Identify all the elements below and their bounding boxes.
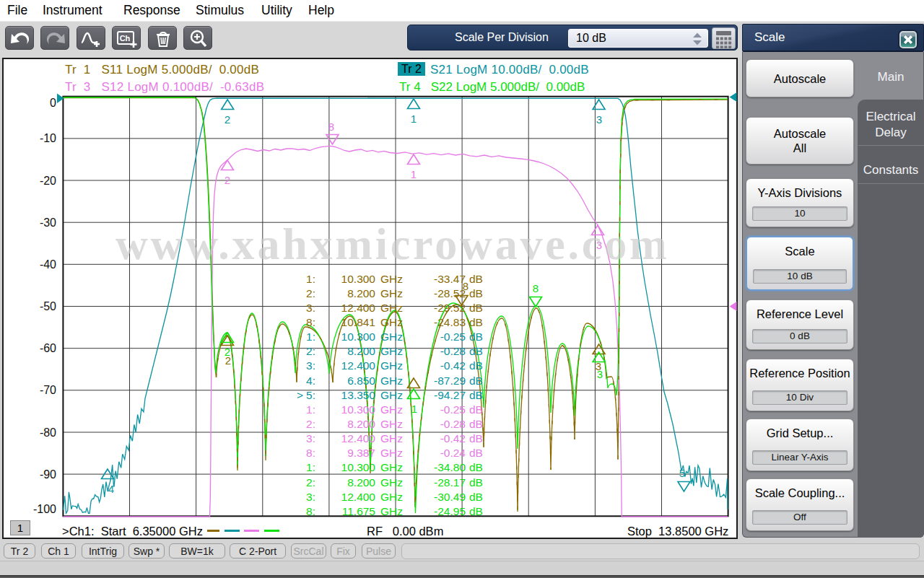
svg-text:2: 2	[225, 174, 230, 186]
svg-text:10.300: 10.300	[341, 403, 376, 416]
svg-text:-24.83: -24.83	[434, 316, 466, 328]
svg-text:dB: dB	[469, 461, 483, 473]
svg-text:GHz: GHz	[380, 476, 403, 489]
svg-text:5: 5	[679, 467, 685, 479]
svg-text:-40: -40	[40, 258, 56, 271]
svg-text:13.350: 13.350	[341, 389, 376, 401]
svg-text:2:: 2:	[306, 287, 315, 299]
svg-text:GHz: GHz	[380, 316, 403, 328]
svg-text:3: 3	[597, 368, 603, 380]
svg-text:GHz: GHz	[380, 345, 403, 357]
svg-text:-60: -60	[40, 342, 56, 354]
svg-text:GHz: GHz	[380, 432, 403, 445]
svg-text:dB: dB	[469, 432, 483, 445]
svg-text:GHz: GHz	[380, 505, 403, 517]
svg-text:dB: dB	[469, 476, 483, 489]
svg-text:1: 1	[411, 403, 417, 415]
svg-text:dB: dB	[469, 418, 483, 430]
svg-text:GHz: GHz	[380, 461, 403, 473]
svg-text:-0.28: -0.28	[440, 345, 466, 357]
svg-text:GHz: GHz	[380, 273, 403, 285]
svg-text:12.400: 12.400	[341, 359, 376, 372]
svg-text:3:: 3:	[306, 302, 315, 314]
svg-text:dB: dB	[469, 287, 483, 299]
svg-text:-20: -20	[40, 175, 56, 187]
svg-text:dB: dB	[469, 505, 483, 517]
svg-text:-24.95: -24.95	[434, 505, 466, 517]
svg-text:0: 0	[50, 97, 56, 109]
svg-text:6.850: 6.850	[347, 375, 375, 387]
svg-text:GHz: GHz	[380, 447, 403, 459]
svg-text:-0.25: -0.25	[440, 403, 466, 416]
svg-text:3: 3	[596, 113, 602, 126]
svg-text:4:: 4:	[306, 375, 315, 387]
svg-text:dB: dB	[469, 302, 483, 314]
svg-text:GHz: GHz	[380, 491, 403, 503]
svg-text:1:: 1:	[306, 403, 315, 416]
svg-text:dB: dB	[469, 273, 483, 285]
svg-text:-87.29: -87.29	[434, 375, 466, 387]
svg-text:dB: dB	[469, 375, 483, 387]
svg-text:dB: dB	[469, 345, 483, 357]
svg-text:9.387: 9.387	[347, 447, 375, 459]
svg-text:GHz: GHz	[380, 287, 403, 299]
svg-text:-30.49: -30.49	[434, 491, 466, 503]
svg-text:-70: -70	[40, 384, 56, 396]
svg-text:-50: -50	[40, 300, 56, 312]
svg-text:12.400: 12.400	[341, 302, 376, 314]
svg-text:dB: dB	[469, 447, 483, 459]
svg-text:GHz: GHz	[380, 330, 403, 343]
svg-text:1: 1	[411, 113, 417, 125]
svg-text:-34.80: -34.80	[434, 461, 466, 473]
svg-text:GHz: GHz	[380, 389, 403, 401]
svg-text:1:: 1:	[306, 461, 315, 473]
svg-text:3:: 3:	[306, 359, 315, 372]
svg-text:8: 8	[328, 121, 334, 133]
svg-text:5:: 5:	[306, 389, 315, 401]
svg-text:12.400: 12.400	[341, 491, 376, 503]
svg-text:4: 4	[108, 483, 114, 495]
svg-text:dB: dB	[469, 403, 483, 416]
svg-text:GHz: GHz	[380, 418, 403, 430]
svg-text:8.200: 8.200	[347, 345, 375, 357]
svg-text:-80: -80	[40, 426, 56, 439]
svg-text:-90: -90	[40, 468, 56, 481]
svg-text:-0.42: -0.42	[440, 432, 466, 445]
svg-text:11.675: 11.675	[342, 505, 375, 517]
svg-text:2: 2	[225, 113, 230, 126]
svg-text:8.200: 8.200	[347, 476, 375, 489]
svg-text:-28.52: -28.52	[434, 287, 466, 299]
svg-text:-33.47: -33.47	[434, 273, 466, 285]
svg-text:2:: 2:	[306, 418, 315, 430]
svg-text:dB: dB	[469, 330, 483, 343]
svg-text:-10: -10	[40, 132, 56, 144]
svg-text:dB: dB	[469, 491, 483, 503]
svg-text:-100: -100	[33, 503, 56, 515]
svg-text:-30: -30	[40, 216, 56, 229]
svg-text:>: >	[297, 389, 303, 401]
svg-text:1:: 1:	[306, 330, 315, 343]
svg-text:3:: 3:	[306, 432, 315, 445]
svg-text:GHz: GHz	[380, 403, 403, 416]
svg-text:8.200: 8.200	[347, 287, 375, 299]
svg-text:-0.24: -0.24	[440, 447, 466, 459]
svg-text:8:: 8:	[306, 505, 315, 517]
svg-text:-94.27: -94.27	[434, 389, 466, 401]
svg-text:3:: 3:	[306, 491, 315, 503]
svg-text:12.400: 12.400	[341, 432, 376, 445]
svg-text:-0.25: -0.25	[440, 330, 466, 343]
svg-text:2: 2	[225, 346, 230, 358]
svg-text:dB: dB	[469, 389, 483, 401]
svg-text:-28.17: -28.17	[434, 476, 466, 489]
svg-text:10.841: 10.841	[341, 316, 375, 328]
svg-text:2:: 2:	[306, 345, 315, 357]
svg-text:10.300: 10.300	[341, 330, 376, 343]
svg-text:10.300: 10.300	[341, 273, 376, 285]
svg-text:dB: dB	[469, 359, 483, 372]
svg-text:8: 8	[533, 282, 539, 294]
svg-text:-0.42: -0.42	[440, 359, 466, 372]
svg-text:8:: 8:	[306, 316, 315, 328]
svg-text:GHz: GHz	[380, 375, 403, 387]
svg-text:8: 8	[463, 280, 468, 292]
svg-text:-0.28: -0.28	[440, 418, 466, 430]
